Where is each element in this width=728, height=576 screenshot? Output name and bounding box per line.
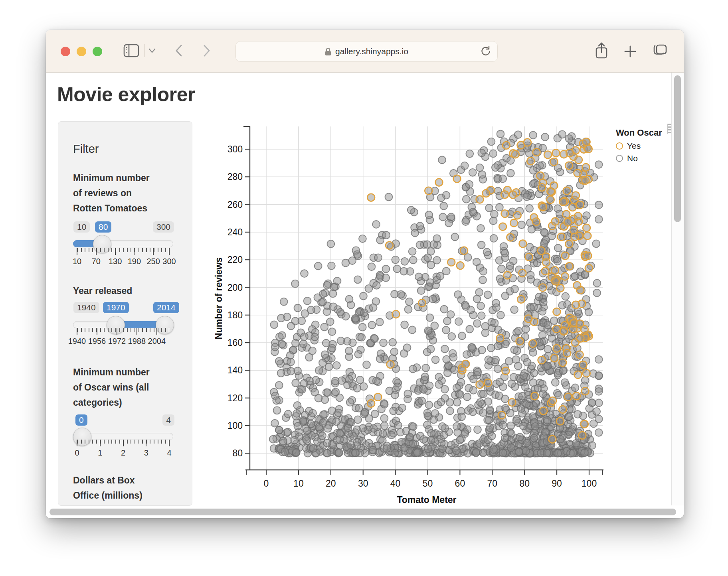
slider-max-badge: 4 [162, 414, 174, 426]
slider-reviews-track[interactable] [73, 240, 173, 247]
legend-swatch-yes [616, 142, 623, 150]
svg-text:100: 100 [228, 420, 243, 431]
slider-reviews-ruler: 1070130190250300 [73, 248, 173, 266]
svg-text:80: 80 [232, 448, 243, 458]
slider-oscars-ruler: 01234 [73, 440, 173, 457]
legend-title: Won Oscar [616, 128, 662, 138]
svg-text:260: 260 [228, 199, 243, 210]
address-bar[interactable]: gallery.shinyapps.io [235, 41, 498, 62]
legend-entry-no: No [616, 154, 662, 163]
svg-text:280: 280 [228, 172, 243, 182]
screenshot-root: gallery.shinyapps.io Movi [0, 0, 728, 576]
slider-oscars-label: Minimum numberof Oscar wins (allcategori… [73, 365, 183, 410]
minimize-window-button[interactable] [77, 47, 86, 56]
svg-text:160: 160 [228, 337, 243, 348]
slider-min-badge: 1940 [73, 302, 99, 313]
slider-year-label: Year released [73, 283, 183, 298]
svg-text:60: 60 [455, 478, 465, 489]
svg-text:30: 30 [358, 478, 368, 489]
svg-text:120: 120 [228, 393, 243, 403]
svg-text:200: 200 [228, 282, 243, 293]
svg-text:70: 70 [487, 478, 498, 489]
slider-boxoffice-label: Dollars at BoxOffice (millions) [73, 473, 183, 503]
page-content: Movie explorer Filter Minimum numberof r… [46, 73, 684, 518]
svg-text:90: 90 [552, 478, 562, 489]
svg-text:240: 240 [228, 227, 243, 237]
scatter-plot: 8010012014016018020022024026028030001020… [192, 112, 675, 511]
close-window-button[interactable] [61, 47, 70, 56]
chevron-down-icon[interactable] [148, 48, 156, 53]
tab-overview-icon[interactable] [653, 44, 668, 58]
slider-value-badge: 80 [95, 221, 111, 233]
reload-icon[interactable] [480, 45, 492, 58]
svg-text:100: 100 [582, 478, 597, 489]
sidebar-toggle-icon[interactable] [123, 44, 139, 57]
share-icon[interactable] [595, 42, 608, 59]
svg-text:180: 180 [228, 310, 243, 320]
svg-text:140: 140 [228, 365, 243, 375]
slider-min-badge: 10 [73, 221, 90, 233]
forward-icon[interactable] [202, 44, 211, 57]
slider-reviews-badges: 10 80 300 [58, 221, 192, 234]
vertical-scrollbar-thumb[interactable] [674, 75, 681, 222]
safari-window: gallery.shinyapps.io Movi [46, 30, 684, 518]
browser-toolbar: gallery.shinyapps.io [46, 30, 684, 73]
url-text: gallery.shinyapps.io [335, 47, 408, 56]
page-title: Movie explorer [57, 83, 195, 106]
legend-label-yes: Yes [627, 141, 641, 151]
slider-reviews-label: Minimum numberof reviews onRotten Tomato… [73, 170, 183, 216]
plot-legend: Won Oscar Yes No [616, 128, 662, 166]
lock-icon [325, 47, 331, 56]
horizontal-scrollbar-thumb[interactable] [49, 509, 676, 515]
svg-text:20: 20 [326, 478, 336, 489]
filter-panel: Filter Minimum numberof reviews onRotten… [58, 121, 192, 506]
zoom-window-button[interactable] [93, 47, 102, 56]
svg-text:10: 10 [293, 478, 304, 489]
filter-heading: Filter [73, 142, 99, 156]
new-tab-icon[interactable] [624, 45, 637, 58]
svg-text:40: 40 [390, 478, 401, 489]
slider-year-ruler: 19401956197219882004 [73, 328, 173, 345]
legend-swatch-no [616, 155, 623, 162]
scatter-points-no-oscar [269, 130, 603, 457]
slider-from-badge: 1970 [103, 302, 129, 313]
legend-entry-yes: Yes [616, 141, 662, 151]
svg-text:80: 80 [519, 478, 530, 489]
svg-text:0: 0 [264, 478, 269, 489]
toolbar-divider [144, 44, 145, 57]
svg-text:300: 300 [228, 144, 243, 154]
svg-text:50: 50 [423, 478, 433, 489]
legend-label-no: No [627, 154, 638, 163]
back-icon[interactable] [174, 44, 183, 57]
slider-max-badge: 300 [153, 221, 174, 233]
svg-text:220: 220 [228, 254, 243, 265]
svg-text:Tomato Meter: Tomato Meter [397, 495, 456, 505]
slider-value-badge: 0 [75, 414, 87, 426]
slider-to-badge: 2014 [153, 302, 179, 313]
slider-year-badges: 1940 1970 2014 [58, 302, 192, 315]
svg-text:Number of reviews: Number of reviews [214, 257, 224, 339]
slider-oscars-badges: 0 4 [58, 414, 192, 427]
